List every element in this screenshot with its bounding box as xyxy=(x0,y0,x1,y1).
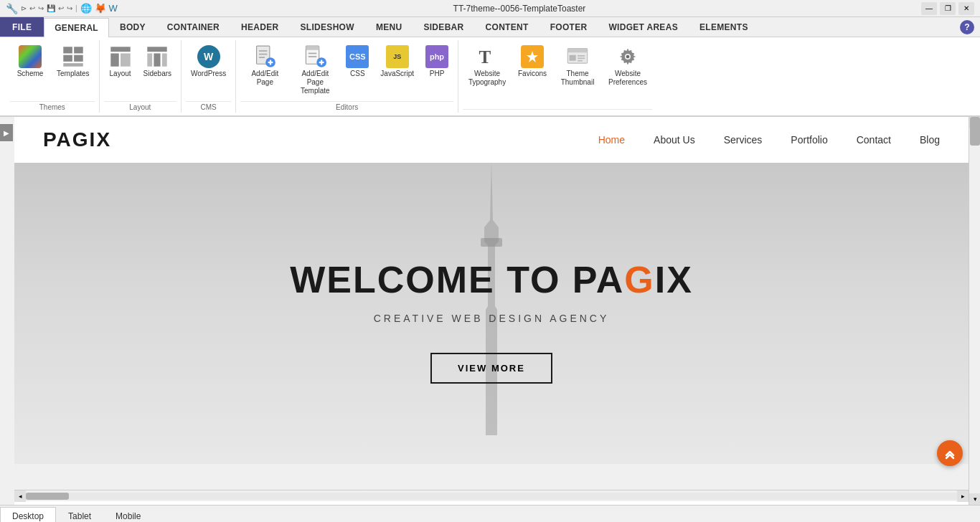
tab-general[interactable]: GENERAL xyxy=(44,18,109,37)
svg-text:T: T xyxy=(479,47,491,67)
add-edit-page-template-button[interactable]: Add/Edit Page Template xyxy=(291,42,339,99)
scroll-to-top-button[interactable] xyxy=(937,440,963,466)
ribbon-tabs: FILE GENERAL BODY CONTAINER HEADER SLIDE… xyxy=(0,17,980,37)
hero-title-accent: G xyxy=(624,259,654,300)
layout-icon xyxy=(109,45,132,68)
favicons-label: Favicons xyxy=(518,70,547,78)
templates-button[interactable]: Templates xyxy=(52,42,95,82)
php-button[interactable]: php PHP xyxy=(420,42,453,82)
vertical-scrollbar[interactable]: ▴ ▾ xyxy=(969,117,980,505)
svg-rect-9 xyxy=(148,53,153,66)
tab-sidebar[interactable]: SIDEBAR xyxy=(413,17,474,37)
horizontal-scrollbar[interactable]: ◂ ▸ xyxy=(14,490,969,501)
tab-container[interactable]: CONTAINER xyxy=(156,17,230,37)
svg-rect-10 xyxy=(154,53,161,66)
sidebars-label: Sidebars xyxy=(143,70,171,78)
svg-point-36 xyxy=(626,55,630,59)
tab-file[interactable]: FILE xyxy=(0,17,44,37)
templates-svg-icon xyxy=(62,45,85,68)
website-typography-label: Website Typography xyxy=(468,70,507,87)
horizontal-scroll-thumb[interactable] xyxy=(26,493,69,500)
tab-content[interactable]: CONTENT xyxy=(475,17,540,37)
layout-button[interactable]: Layout xyxy=(104,42,137,82)
cms-items: W WordPress xyxy=(186,42,231,99)
svg-rect-20 xyxy=(306,46,319,50)
layout-items: Layout Sidebars xyxy=(104,42,176,99)
settings-items: T Website Typography Favicons xyxy=(463,42,652,107)
gear-icon xyxy=(616,45,639,68)
tab-menu[interactable]: MENU xyxy=(365,17,413,37)
close-button[interactable]: ✕ xyxy=(958,2,974,15)
svg-rect-4 xyxy=(63,63,83,67)
page-svg-icon xyxy=(253,45,276,68)
horizontal-scroll-track[interactable] xyxy=(26,493,957,500)
website-preferences-icon xyxy=(616,45,639,68)
javascript-icon: JS xyxy=(386,45,409,68)
bottom-bar: Desktop Tablet Mobile xyxy=(0,505,980,522)
nav-item-services[interactable]: Services xyxy=(724,134,763,146)
view-more-button[interactable]: VIEW MORE xyxy=(430,353,552,384)
website-typography-button[interactable]: T Website Typography xyxy=(463,42,512,90)
tab-tablet[interactable]: Tablet xyxy=(56,507,103,522)
wordpress-button[interactable]: W WordPress xyxy=(186,42,231,82)
editors-items: Add/Edit Page Add/E xyxy=(240,42,453,99)
tab-desktop[interactable]: Desktop xyxy=(0,507,56,522)
website-preferences-button[interactable]: Website Preferences xyxy=(603,42,652,90)
css-badge-icon: CSS xyxy=(346,45,369,68)
thumbnail-svg-icon xyxy=(566,45,589,68)
hero-subtitle: CREATIVE WEB DESIGN AGENCY xyxy=(374,313,610,324)
favicons-button[interactable]: Favicons xyxy=(513,42,552,82)
tab-header[interactable]: HEADER xyxy=(230,17,289,37)
canvas-wrapper: PAGIX Home About Us Services Portfolio C… xyxy=(14,117,969,505)
templates-label: Templates xyxy=(57,70,90,78)
typography-svg-icon: T xyxy=(476,45,499,68)
website-preview: PAGIX Home About Us Services Portfolio C… xyxy=(14,117,969,490)
ribbon-group-themes: Scheme Templates T xyxy=(6,40,100,113)
add-edit-page-button[interactable]: Add/Edit Page xyxy=(240,42,289,90)
css-button[interactable]: CSS CSS xyxy=(341,42,374,82)
site-nav: Home About Us Services Portfolio Contact… xyxy=(598,134,940,146)
nav-item-home[interactable]: Home xyxy=(598,134,625,146)
nav-item-about[interactable]: About Us xyxy=(654,134,695,146)
add-edit-page-icon xyxy=(253,45,276,68)
scroll-left-button[interactable]: ◂ xyxy=(14,490,26,502)
layout-label: Layout xyxy=(110,70,131,78)
themes-group-label: Themes xyxy=(10,101,95,111)
restore-button[interactable]: ❐ xyxy=(940,2,956,15)
svg-rect-7 xyxy=(121,53,131,66)
sidebar-toggle-button[interactable]: ▶ xyxy=(0,124,13,141)
minimize-button[interactable]: — xyxy=(921,2,937,15)
layout-svg-icon xyxy=(109,45,132,68)
sidebars-button[interactable]: Sidebars xyxy=(138,42,176,82)
svg-rect-6 xyxy=(110,53,118,66)
nav-item-contact[interactable]: Contact xyxy=(857,134,891,146)
scroll-right-button[interactable]: ▸ xyxy=(957,490,969,502)
help-button[interactable]: ? xyxy=(960,20,974,34)
tab-footer[interactable]: FOOTER xyxy=(540,17,598,37)
scheme-button[interactable]: Scheme xyxy=(10,42,50,82)
ribbon-group-settings: T Website Typography Favicons xyxy=(458,40,656,113)
tab-mobile[interactable]: Mobile xyxy=(103,507,153,522)
wordpress-logo-icon: W xyxy=(197,45,220,68)
nav-item-blog[interactable]: Blog xyxy=(920,134,940,146)
editors-group-label: Editors xyxy=(240,101,453,111)
favicons-badge-icon xyxy=(521,45,544,68)
tab-elements[interactable]: ELEMENTS xyxy=(689,17,759,37)
cms-group-label: CMS xyxy=(186,101,231,111)
javascript-label: JavaScript xyxy=(380,70,414,78)
tab-widget-areas[interactable]: WIDGET AREAS xyxy=(598,17,689,37)
svg-rect-1 xyxy=(74,47,83,53)
title-bar-controls[interactable]: — ❐ ✕ xyxy=(921,2,974,15)
php-icon: php xyxy=(425,45,448,68)
templates-icon xyxy=(62,45,85,68)
svg-rect-11 xyxy=(162,53,167,66)
vertical-scroll-thumb[interactable] xyxy=(970,117,980,146)
theme-thumbnail-button[interactable]: Theme Thumbnail xyxy=(553,42,602,90)
scroll-down-button[interactable]: ▾ xyxy=(969,493,980,505)
website-typography-icon: T xyxy=(476,45,499,68)
javascript-button[interactable]: JS JavaScript xyxy=(375,42,419,82)
tab-slideshow[interactable]: SLIDESHOW xyxy=(290,17,365,37)
add-edit-page-label: Add/Edit Page xyxy=(245,70,284,87)
nav-item-portfolio[interactable]: Portfolio xyxy=(791,134,827,146)
tab-body[interactable]: BODY xyxy=(109,17,156,37)
